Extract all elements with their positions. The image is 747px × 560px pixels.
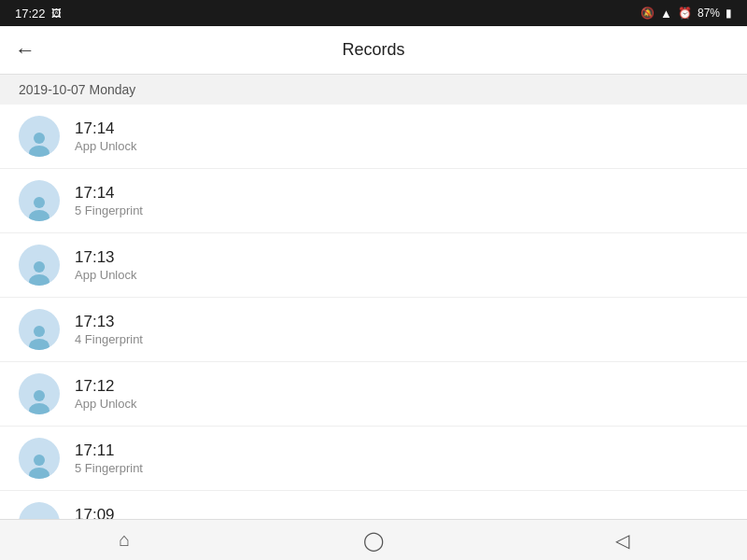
svg-point-8 xyxy=(34,390,45,401)
record-desc: 5 Fingerprint xyxy=(75,203,143,219)
mute-icon: 🔕 xyxy=(641,7,655,20)
svg-point-10 xyxy=(34,455,45,466)
list-item[interactable]: 17:134 Fingerprint xyxy=(0,298,747,362)
record-info: 17:13App Unlock xyxy=(75,247,136,284)
page-title: Records xyxy=(50,40,697,60)
record-info: 17:12App Unlock xyxy=(75,376,136,413)
record-desc: App Unlock xyxy=(75,397,136,413)
date-label: 2019-10-07 Monday xyxy=(19,82,135,97)
photo-icon: 🖼 xyxy=(51,7,62,19)
svg-point-0 xyxy=(34,133,45,144)
record-time: 17:14 xyxy=(75,119,136,139)
back-button[interactable]: ← xyxy=(15,38,35,63)
wifi-icon: ▲ xyxy=(660,7,672,21)
status-icons: 🔕 ▲ ⏰ 87% ▮ xyxy=(641,7,732,21)
record-desc: App Unlock xyxy=(75,139,136,155)
svg-point-11 xyxy=(29,468,49,479)
avatar xyxy=(19,116,60,157)
svg-point-7 xyxy=(29,339,49,350)
svg-point-4 xyxy=(34,261,45,273)
list-item[interactable]: 17:115 Fingerprint xyxy=(0,427,747,491)
date-section-header: 2019-10-07 Monday xyxy=(0,75,747,105)
svg-point-2 xyxy=(34,197,45,208)
record-time: 17:11 xyxy=(75,441,143,461)
status-time: 17:22 🖼 xyxy=(15,7,62,21)
recent-apps-button[interactable]: ◯ xyxy=(345,520,402,561)
list-item[interactable]: 17:14App Unlock xyxy=(0,105,747,169)
home-button[interactable]: ⌂ xyxy=(96,520,152,561)
record-info: 17:115 Fingerprint xyxy=(75,441,143,477)
battery-label: 87% xyxy=(698,7,720,20)
svg-point-6 xyxy=(34,326,45,337)
app-bar: ← Records xyxy=(0,26,747,75)
svg-point-1 xyxy=(29,146,49,157)
list-item[interactable]: 17:145 Fingerprint xyxy=(0,169,747,233)
avatar xyxy=(19,180,60,221)
time-label: 17:22 xyxy=(15,7,46,21)
alarm-icon: ⏰ xyxy=(678,7,692,20)
record-info: 17:145 Fingerprint xyxy=(75,183,143,219)
battery-icon: ▮ xyxy=(726,7,732,20)
list-item[interactable]: 17:12App Unlock xyxy=(0,362,747,427)
records-list[interactable]: 17:14App Unlock 17:145 Fingerprint 17:13… xyxy=(0,105,747,549)
record-time: 17:13 xyxy=(75,247,136,268)
avatar xyxy=(19,438,60,479)
record-time: 17:13 xyxy=(75,312,143,332)
svg-point-5 xyxy=(29,274,49,286)
record-info: 17:134 Fingerprint xyxy=(75,312,143,348)
svg-point-9 xyxy=(29,403,49,414)
status-bar: 17:22 🖼 🔕 ▲ ⏰ 87% ▮ xyxy=(0,0,747,26)
record-time: 17:12 xyxy=(75,376,136,397)
list-item[interactable]: 17:13App Unlock xyxy=(0,233,747,298)
record-time: 17:14 xyxy=(75,183,143,203)
avatar xyxy=(19,373,60,414)
record-desc: App Unlock xyxy=(75,268,136,284)
record-desc: 5 Fingerprint xyxy=(75,461,143,477)
bottom-navigation: ⌂ ◯ ◁ xyxy=(0,519,747,560)
avatar xyxy=(19,309,60,350)
record-desc: 4 Fingerprint xyxy=(75,332,143,348)
back-nav-button[interactable]: ◁ xyxy=(595,520,651,561)
record-info: 17:14App Unlock xyxy=(75,119,136,155)
svg-point-3 xyxy=(29,210,49,221)
avatar xyxy=(19,245,60,286)
